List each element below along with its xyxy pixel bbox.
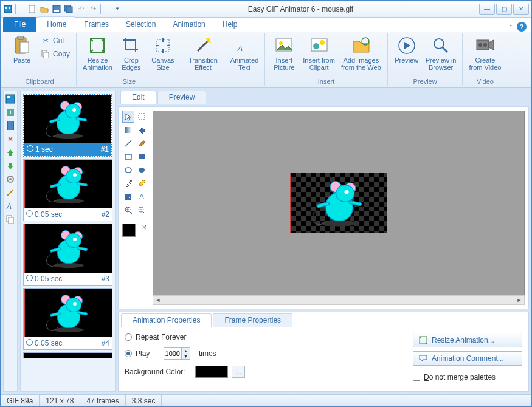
create-from-video-button[interactable]: Create from Video — [466, 35, 503, 72]
svg-point-45 — [139, 168, 145, 173]
group-preview: Preview — [413, 78, 437, 86]
tab-help[interactable]: Help — [214, 17, 246, 32]
svg-rect-12 — [44, 52, 49, 58]
tab-home[interactable]: Home — [38, 16, 75, 32]
lt-delete-icon[interactable]: ✕ — [5, 134, 16, 145]
preview-browser-button[interactable]: Preview in Browser — [423, 35, 459, 72]
qat-undo-icon[interactable]: ↶ — [76, 4, 86, 14]
play-count-spinner[interactable]: ▲▼ — [164, 347, 190, 360]
qat-dropdown-icon[interactable]: ▼ — [112, 4, 122, 14]
insert-clipart-button[interactable]: Insert from Clipart — [300, 35, 337, 72]
svg-rect-2 — [9, 7, 10, 9]
tab-frames[interactable]: Frames — [75, 17, 117, 32]
cut-button[interactable]: ✂Cut — [38, 35, 72, 47]
qat-open-icon[interactable] — [40, 4, 49, 14]
canvas[interactable] — [153, 111, 525, 295]
tab-animation[interactable]: Animation — [164, 17, 213, 32]
svg-rect-33 — [7, 121, 8, 130]
lt-add-icon[interactable]: + — [5, 107, 16, 118]
resize-animation-dialog-button[interactable]: Resize Animation... — [413, 333, 522, 347]
lt-frames-icon[interactable] — [5, 94, 16, 104]
add-images-web-button[interactable]: Add Images from the Web — [339, 35, 384, 72]
lt-up-icon[interactable] — [5, 147, 16, 158]
pointer-tool[interactable] — [122, 111, 134, 123]
bgcolor-swatch[interactable] — [195, 366, 228, 378]
animated-text-button[interactable]: A Animated Text — [228, 35, 261, 72]
svg-point-44 — [125, 168, 131, 173]
frame-thumb[interactable] — [23, 352, 112, 358]
pencil-tool[interactable] — [136, 177, 148, 190]
paste-button[interactable]: Paste — [7, 35, 37, 65]
animation-comment-button[interactable]: Animation Comment... — [413, 351, 522, 366]
resize-animation-button[interactable]: Resize Animation — [80, 35, 115, 72]
swap-colors-icon[interactable]: ⤭ — [142, 224, 147, 230]
fill-tool[interactable] — [136, 124, 148, 136]
qat-saveall-icon[interactable] — [64, 4, 74, 14]
bgcolor-picker-button[interactable]: … — [232, 366, 245, 378]
rect-fill-tool[interactable] — [136, 151, 148, 163]
eyedropper-tool[interactable] — [122, 177, 134, 190]
qat-redo-icon[interactable]: ↷ — [88, 4, 98, 14]
play-count-input[interactable] — [164, 348, 181, 359]
zoom-in-tool[interactable] — [122, 204, 134, 216]
svg-rect-43 — [139, 154, 145, 159]
lt-wand-icon[interactable] — [5, 187, 16, 198]
scroll-right-icon[interactable]: ► — [514, 296, 524, 304]
move-tool[interactable] — [122, 191, 134, 203]
file-menu[interactable]: File — [3, 17, 36, 32]
lt-down-icon[interactable] — [5, 160, 16, 171]
lt-copy-icon[interactable] — [5, 214, 16, 225]
tab-selection[interactable]: Selection — [117, 17, 164, 32]
lt-gear-icon[interactable] — [5, 174, 16, 185]
play-radio[interactable] — [125, 350, 132, 357]
ellipse-tool[interactable] — [122, 164, 134, 176]
frame-props-tab[interactable]: Frame Properties — [213, 313, 292, 327]
preview-button[interactable]: Preview — [392, 35, 422, 65]
scissors-icon: ✂ — [41, 36, 50, 46]
ellipse-fill-tool[interactable] — [136, 164, 148, 176]
line-tool[interactable] — [122, 137, 134, 149]
qat-save-icon[interactable] — [52, 4, 61, 14]
scroll-left-icon[interactable]: ◄ — [153, 296, 163, 304]
frame-thumb[interactable]: 0.05 sec#2 — [23, 159, 112, 221]
lt-film-icon[interactable] — [5, 120, 16, 131]
frames-panel[interactable]: 1 sec#1 0.05 sec#2 0.05 sec#3 0.05 sec#4 — [20, 91, 116, 392]
lt-text-icon[interactable]: A — [5, 200, 16, 211]
preview-tab[interactable]: Preview — [157, 91, 207, 104]
insert-picture-button[interactable]: Insert Picture — [269, 35, 299, 72]
rect-tool[interactable] — [122, 151, 134, 163]
frame-thumb[interactable]: 0.05 sec#3 — [23, 224, 112, 286]
status-bar: GIF 89a 121 x 78 47 frames 3.8 sec — [1, 394, 531, 406]
spin-down-icon[interactable]: ▼ — [181, 354, 190, 359]
svg-rect-29 — [7, 96, 10, 98]
text-tool[interactable]: A — [136, 191, 148, 203]
frame-thumb[interactable]: 0.05 sec#4 — [23, 288, 112, 350]
crop-edges-button[interactable]: Crop Edges — [116, 35, 147, 72]
marquee-tool[interactable] — [136, 111, 148, 123]
help-icon[interactable]: ? — [517, 22, 527, 32]
transition-effect-button[interactable]: Transition Effect — [186, 35, 220, 72]
anim-props-tab[interactable]: Animation Properties — [121, 313, 212, 327]
edit-tab[interactable]: Edit — [120, 91, 156, 104]
qat-sep — [15, 4, 25, 14]
collapse-ribbon-icon[interactable]: ⌃ — [508, 24, 513, 30]
minimize-button[interactable]: — — [479, 4, 495, 15]
gradient-tool[interactable] — [122, 124, 134, 136]
frame-duration: 0.05 sec — [26, 339, 62, 347]
color-swap[interactable]: ⤭ — [122, 224, 147, 248]
canvas-size-button[interactable]: Canvas Size — [148, 35, 178, 72]
spin-up-icon[interactable]: ▲ — [181, 348, 190, 354]
close-button[interactable]: ✕ — [513, 4, 529, 15]
brush-tool[interactable] — [136, 137, 148, 149]
frame-image — [24, 224, 112, 273]
qat-new-icon[interactable] — [27, 4, 37, 14]
foreground-color[interactable] — [122, 224, 136, 237]
maximize-button[interactable]: ▢ — [496, 4, 512, 15]
zoom-out-tool[interactable] — [136, 204, 148, 216]
clock-icon — [27, 145, 33, 152]
merge-palettes-checkbox[interactable]: Do not merge palettes — [413, 373, 522, 381]
repeat-forever-radio[interactable]: Repeat Forever — [125, 333, 413, 341]
frame-thumb[interactable]: 1 sec#1 — [23, 94, 112, 157]
horizontal-scrollbar[interactable]: ◄► — [153, 295, 525, 305]
copy-button[interactable]: Copy — [38, 48, 72, 60]
